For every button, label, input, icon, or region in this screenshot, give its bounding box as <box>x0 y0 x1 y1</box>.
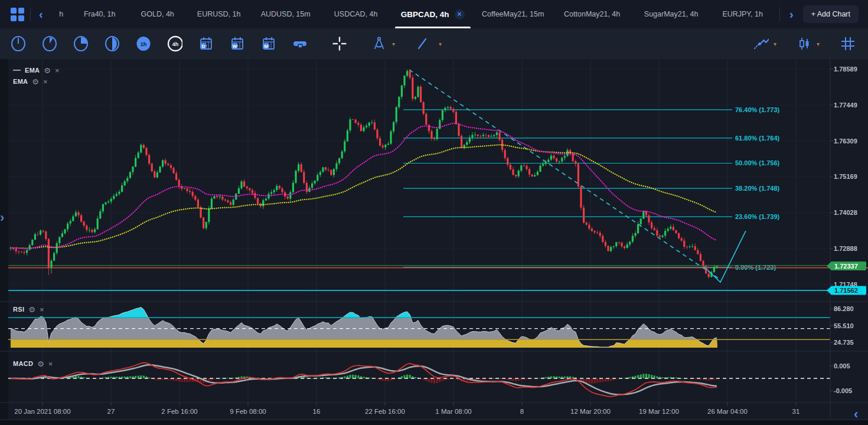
tab-label: AUDUSD, 15m <box>261 10 311 18</box>
time-axis-label: 2 Feb 16:00 <box>161 408 197 415</box>
ema1-settings-gear-icon[interactable]: ⚙ <box>44 67 51 74</box>
indicators-icon[interactable] <box>753 36 769 51</box>
time-axis-label: 1 Mar 08:00 <box>435 408 471 415</box>
tab-bar-right: › + Add Chart <box>779 5 868 23</box>
time-axis-label: 31 <box>792 408 800 415</box>
drawing-tools-compass-icon[interactable] <box>371 36 387 51</box>
svg-text:D: D <box>202 44 205 49</box>
price-tick-label: 1.77449 <box>834 102 857 109</box>
time-axis-label: 8 <box>520 408 524 415</box>
bottom-strip <box>0 420 868 425</box>
ema2-settings-gear-icon[interactable]: ⚙ <box>32 78 39 86</box>
crosshair-icon[interactable] <box>332 36 347 51</box>
timeframe-4h-active-icon[interactable]: 4h <box>167 36 182 51</box>
fib-level-label: 38.20% (1.748) <box>735 185 780 192</box>
fib-level-label: 50.00% (1.756) <box>735 159 780 166</box>
apps-grid-icon[interactable] <box>11 8 24 21</box>
ema2-label: EMA <box>13 78 28 85</box>
timeframe-30m-clock-icon[interactable] <box>105 36 120 51</box>
trend-line-tool-icon[interactable] <box>415 36 430 51</box>
chart-toolbar: 1h 4h D W M ▾ ▾ ▾ <box>0 28 868 59</box>
tab-eurusd[interactable]: EURUSD, 1h <box>187 0 251 28</box>
tab-label: SugarMay21, 4h <box>644 10 699 18</box>
fib-level-label: 61.80% (1.764) <box>735 135 780 142</box>
tab-bar-controls: ‹ <box>0 7 51 21</box>
macd-tick-label: 0.005 <box>834 362 850 370</box>
toolbar-right-group: ▾ ▾ <box>753 36 868 51</box>
tab-partial[interactable]: h <box>51 0 71 28</box>
rsi-tick-label: 86.280 <box>834 305 854 312</box>
support-price-badge: 1.71562 <box>827 286 866 295</box>
time-axis-label: 12 Mar 20:00 <box>570 408 611 415</box>
timeframe-1h-icon[interactable]: 1h <box>136 36 151 51</box>
chart-type-caret-icon[interactable]: ▾ <box>817 41 820 47</box>
tab-list: h Fra40, 1h GOLD, 4h EURUSD, 1h AUDUSD, … <box>51 0 775 28</box>
rsi-settings-gear-icon[interactable]: ⚙ <box>28 306 35 313</box>
tab-eurjpy[interactable]: EURJPY, 1h <box>710 0 775 28</box>
time-axis-label: 9 Feb 08:00 <box>230 408 266 415</box>
ema2-remove-icon[interactable]: × <box>43 78 48 86</box>
line-tool-caret-icon[interactable]: ▾ <box>439 41 442 47</box>
tab-gbpcad-active[interactable]: GBPCAD, 4h × <box>391 0 474 28</box>
ema1-legend: EMA ⚙ × <box>13 66 60 75</box>
macd-tick-label: -0.005 <box>834 387 852 394</box>
svg-text:1h: 1h <box>141 41 147 47</box>
ema2-legend: EMA ⚙ × <box>13 77 48 86</box>
chart-type-candles-icon[interactable] <box>797 36 812 51</box>
timeframe-daily-calendar-icon[interactable]: D <box>198 36 214 51</box>
timeframe-monthly-calendar-icon[interactable]: M <box>261 36 276 51</box>
ema1-label: EMA <box>25 67 40 74</box>
drawing-tools-caret-icon[interactable]: ▾ <box>392 41 395 47</box>
timeframe-weekly-calendar-icon[interactable]: W <box>230 36 245 51</box>
price-tick-label: 1.74028 <box>834 209 857 216</box>
scroll-tabs-right-icon[interactable]: › <box>787 8 796 20</box>
tab-fra40[interactable]: Fra40, 1h <box>71 0 128 28</box>
close-tab-icon[interactable]: × <box>455 9 465 19</box>
rsi-tick-label: 24.735 <box>834 339 854 346</box>
timeframe-1m-clock-icon[interactable] <box>11 36 26 51</box>
grid-settings-icon[interactable] <box>840 36 855 51</box>
fib-level-label: 0.00% (1.723) <box>735 264 776 271</box>
tab-usdcad[interactable]: USDCAD, 4h <box>321 0 391 28</box>
time-axis-label: 16 <box>313 408 321 415</box>
rsi-remove-icon[interactable]: × <box>40 306 44 313</box>
time-axis-label: 20 Jan 2021 08:00 <box>14 408 70 415</box>
tab-coffee[interactable]: CoffeeMay21, 15m <box>474 0 552 28</box>
tab-gold[interactable]: GOLD, 4h <box>128 0 187 28</box>
macd-legend: MACD ⚙ × <box>13 359 53 368</box>
svg-text:W: W <box>233 44 237 49</box>
tab-label: Fra40, 1h <box>84 10 116 18</box>
scroll-tabs-left-icon[interactable]: ‹ <box>37 8 45 20</box>
macd-label: MACD <box>13 360 33 367</box>
rsi-legend: RSI ⚙ × <box>13 305 44 314</box>
tab-label: EURJPY, 1h <box>722 10 763 18</box>
toolbar-left-group: 1h 4h D W M ▾ ▾ <box>0 36 442 51</box>
macd-settings-gear-icon[interactable]: ⚙ <box>37 360 44 368</box>
tab-label: GBPCAD, 4h <box>401 10 449 19</box>
expand-side-panel-icon[interactable]: › <box>0 210 4 225</box>
timeframe-15m-clock-icon[interactable] <box>73 36 89 51</box>
tick-range-icon[interactable] <box>292 36 308 51</box>
tab-cotton[interactable]: CottonMay21, 4h <box>552 0 632 28</box>
timeframe-5m-clock-icon[interactable] <box>42 36 57 51</box>
svg-text:1.71562: 1.71562 <box>834 287 858 294</box>
price-tick-label: 1.72888 <box>834 245 857 252</box>
time-axis-label: 27 <box>107 408 115 415</box>
chart-canvas[interactable]: 76.40% (1.773)61.80% (1.764)50.00% (1.75… <box>0 59 868 425</box>
svg-text:1.72337: 1.72337 <box>834 263 858 270</box>
time-axis-label: 19 Mar 12:00 <box>639 408 679 415</box>
time-axis-label: 26 Mar 04:00 <box>707 408 748 415</box>
tab-label: EURUSD, 1h <box>197 10 241 18</box>
tab-sugar[interactable]: SugarMay21, 4h <box>632 0 710 28</box>
tab-audusd[interactable]: AUDUSD, 15m <box>251 0 321 28</box>
chart-tab-bar: ‹ h Fra40, 1h GOLD, 4h EURUSD, 1h AUDUSD… <box>0 0 868 28</box>
rsi-label: RSI <box>13 306 24 313</box>
indicators-caret-icon[interactable]: ▾ <box>774 41 776 47</box>
current-price-badge: 1.72337 <box>827 261 866 270</box>
time-axis-label: 22 Feb 16:00 <box>365 408 405 415</box>
svg-text:4h: 4h <box>172 41 179 47</box>
add-chart-button[interactable]: + Add Chart <box>803 5 859 23</box>
collapse-bottom-panel-icon[interactable]: ‹ <box>854 407 858 422</box>
ema1-remove-icon[interactable]: × <box>55 67 60 74</box>
macd-remove-icon[interactable]: × <box>48 360 53 368</box>
